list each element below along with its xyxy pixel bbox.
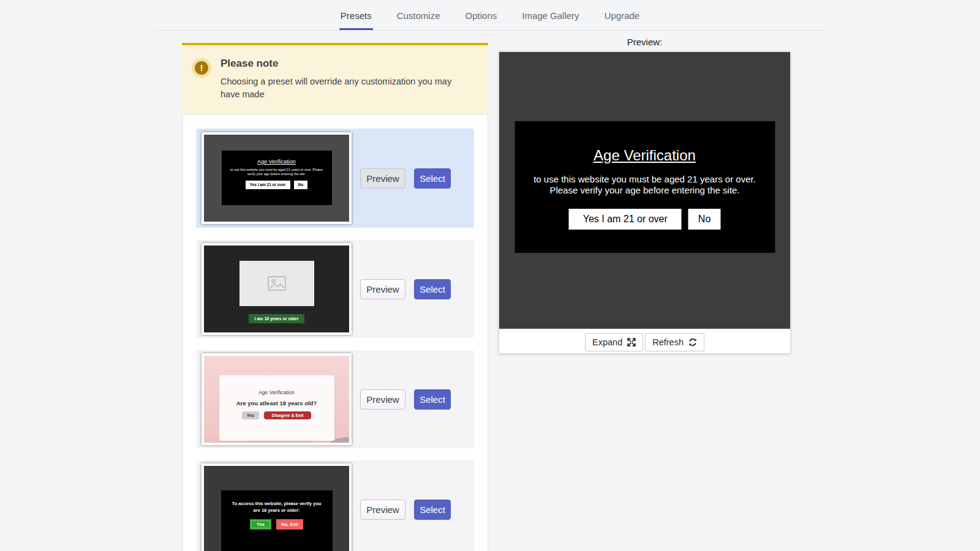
preview-controls: Expand Refresh [499, 329, 790, 353]
tab-customize[interactable]: Customize [396, 10, 442, 30]
preview-button[interactable]: Preview [360, 279, 405, 299]
expand-arrows-icon [627, 338, 636, 347]
thumb-modal: To access this website, please verify yo… [221, 490, 333, 551]
thumb-confirm-button: I am 18 years or older [249, 314, 305, 323]
tab-presets[interactable]: Presets [339, 10, 373, 30]
select-button[interactable]: Select [414, 500, 451, 520]
preset-row-pink-card: Age Verification Are you atleast 18 year… [196, 350, 474, 448]
thumb-exit-button: Disagree & Exit [264, 411, 311, 419]
tab-options[interactable]: Options [464, 10, 499, 30]
refresh-button[interactable]: Refresh [645, 333, 704, 351]
thumb-modal: Age Verification to use this website you… [222, 151, 332, 205]
notice-title: Please note [221, 58, 462, 70]
select-button[interactable]: Select [414, 279, 451, 299]
thumb-yes-button: Yes I am 21 or over [246, 181, 290, 189]
thumb-modal-title: Age Verification [222, 159, 332, 165]
age-verification-body: to use this website you must be aged 21 … [531, 174, 759, 196]
age-no-button[interactable]: No [688, 209, 720, 230]
expand-button-label: Expand [592, 337, 622, 347]
thumb-yes-button: Yes [242, 411, 259, 419]
preview-button[interactable]: Preview [360, 168, 405, 189]
image-placeholder-icon [268, 276, 286, 291]
preview-panel-label: Preview: [499, 37, 791, 47]
preview-button[interactable]: Preview [360, 500, 405, 520]
settings-tab-bar: Presets Customize Options Image Gallery … [154, 0, 826, 31]
thumb-yes-button: Yes [250, 519, 271, 530]
notice-body: Choosing a preset will override any cust… [221, 75, 462, 100]
preset-thumbnail-image-placeholder: I am 18 years or older [202, 243, 352, 335]
presets-panel: Age Verification to use this website you… [182, 114, 488, 551]
thumb-no-button: No [294, 181, 308, 189]
preview-panel: Age Verification to use this website you… [499, 51, 791, 354]
preset-row-dark-classic: Age Verification to use this website you… [196, 129, 474, 228]
thumb-exit-button: No, Exit [276, 519, 303, 530]
select-button[interactable]: Select [414, 389, 451, 410]
refresh-button-label: Refresh [652, 337, 684, 347]
thumb-modal-body: to use this website you must be aged 21 … [227, 168, 326, 177]
tab-image-gallery[interactable]: Image Gallery [521, 10, 580, 30]
preview-button[interactable]: Preview [360, 389, 405, 410]
thumb-modal-body: To access this website, please verify yo… [229, 500, 325, 514]
preset-row-dark-access: To access this website, please verify yo… [196, 460, 474, 551]
select-button[interactable]: Select [414, 168, 451, 189]
preset-thumbnail-dark-access: To access this website, please verify yo… [202, 463, 352, 551]
warning-exclamation-icon: ! [195, 61, 208, 75]
notice-banner: ! Please note Choosing a preset will ove… [182, 43, 488, 115]
preview-stage: Age Verification to use this website you… [499, 52, 790, 329]
thumb-card-title: Age Verification [219, 389, 334, 395]
preset-thumbnail-pink-card: Age Verification Are you atleast 18 year… [202, 353, 352, 445]
expand-button[interactable]: Expand [585, 333, 643, 351]
tab-upgrade[interactable]: Upgrade [603, 10, 641, 30]
refresh-icon [688, 338, 697, 347]
age-yes-button[interactable]: Yes I am 21 or over [569, 209, 682, 230]
preset-thumbnail-dark-classic: Age Verification to use this website you… [202, 132, 352, 224]
thumb-card-question: Are you atleast 18 years old? [219, 400, 334, 407]
age-verification-modal: Age Verification to use this website you… [514, 121, 775, 253]
preset-row-image-placeholder: I am 18 years or older Preview Select [196, 240, 474, 338]
image-placeholder [239, 261, 314, 306]
age-verification-title: Age Verification [514, 147, 775, 164]
thumb-card: Age Verification Are you atleast 18 year… [219, 375, 334, 441]
